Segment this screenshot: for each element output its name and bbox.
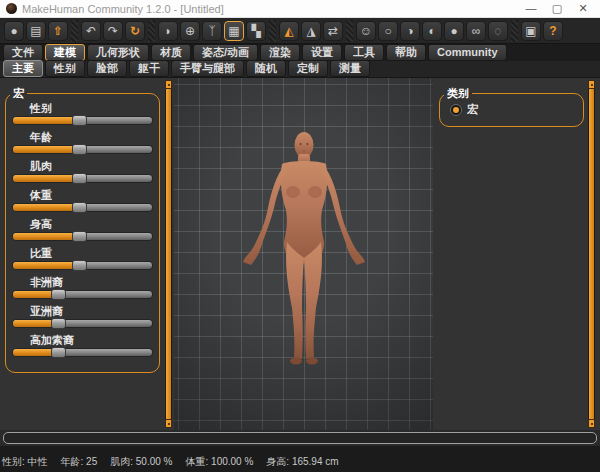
slider-track[interactable]	[12, 174, 153, 183]
app-icon	[6, 3, 17, 14]
load-file-button[interactable]: ▤	[26, 21, 46, 41]
slider-track[interactable]	[12, 116, 153, 125]
help-button[interactable]: ?	[543, 21, 563, 41]
menu-tab-0[interactable]: 文件	[3, 44, 43, 61]
close-button[interactable]: ✕	[570, 0, 596, 17]
skeleton-button[interactable]: ᛉ	[202, 21, 222, 41]
slider-handle[interactable]	[72, 173, 87, 184]
head-left-view-button[interactable]: ◐	[422, 21, 442, 41]
slider-handle[interactable]	[51, 318, 66, 329]
symmetry-left-button[interactable]: ◭	[279, 21, 299, 41]
slider-fill	[13, 175, 76, 182]
texture-button[interactable]: ▚	[246, 21, 266, 41]
head-right-view-button[interactable]: ◑	[400, 21, 420, 41]
save-file-icon: ⇧	[53, 25, 63, 37]
orbit-view-icon: ◌	[494, 25, 501, 37]
progress-row	[0, 430, 600, 446]
menu-tab-3[interactable]: 材质	[151, 44, 191, 61]
slider-handle[interactable]	[72, 144, 87, 155]
slider-track[interactable]	[12, 145, 153, 154]
dual-view-button[interactable]: ∞	[466, 21, 486, 41]
category-options: 宏	[444, 102, 579, 117]
menu-tab-8[interactable]: 帮助	[386, 44, 426, 61]
sub-tab-5[interactable]: 随机	[246, 60, 286, 77]
progress-bar	[3, 432, 597, 444]
slider-track[interactable]	[12, 203, 153, 212]
slider-track[interactable]	[12, 232, 153, 241]
right-panel-scrollbar[interactable]	[588, 80, 595, 428]
new-human-button[interactable]: ●	[4, 21, 24, 41]
symmetry-both-button[interactable]: ⇄	[323, 21, 343, 41]
grab-screenshot-icon: ▣	[525, 25, 536, 37]
menu-tab-1[interactable]: 建模	[45, 44, 85, 61]
redo-button[interactable]: ↷	[103, 21, 123, 41]
reset-camera-button[interactable]: ↻	[125, 21, 145, 41]
menu-tab-5[interactable]: 渲染	[260, 44, 300, 61]
status-segment-3: 体重: 100.00 %	[186, 456, 254, 467]
minimize-button[interactable]: —	[518, 0, 544, 17]
scrollbar-cap[interactable]	[588, 80, 595, 89]
menu-tab-2[interactable]: 几何形状	[87, 44, 149, 61]
viewport-3d[interactable]	[174, 78, 433, 430]
scrollbar-cap[interactable]	[588, 419, 595, 428]
sub-tab-2[interactable]: 脸部	[87, 60, 127, 77]
sub-tab-0[interactable]: 主要	[3, 60, 43, 77]
slider-label: 体重	[30, 189, 153, 201]
slider-track[interactable]	[12, 290, 153, 299]
macro-slider-4: 身高	[12, 218, 153, 241]
menu-tab-9[interactable]: Community	[428, 44, 507, 61]
grab-screenshot-button[interactable]: ▣	[521, 21, 541, 41]
main-area: 宏 性别年龄肌肉体重身高比重非洲裔亚洲裔高加索裔	[0, 78, 600, 430]
macro-slider-2: 肌肉	[12, 160, 153, 183]
macro-slider-3: 体重	[12, 189, 153, 212]
sub-tab-7[interactable]: 测量	[330, 60, 370, 77]
menu-tab-6[interactable]: 设置	[302, 44, 342, 61]
radio-button[interactable]	[450, 104, 462, 116]
slider-handle[interactable]	[51, 289, 66, 300]
sub-tab-6[interactable]: 定制	[288, 60, 328, 77]
slider-handle[interactable]	[72, 231, 87, 242]
slider-handle[interactable]	[72, 115, 87, 126]
maximize-button[interactable]: ▢	[544, 0, 570, 17]
human-model	[229, 130, 379, 370]
menu-tab-4[interactable]: 姿态/动画	[193, 44, 258, 61]
smooth-shading-button[interactable]: ◗	[158, 21, 178, 41]
slider-fill	[13, 204, 76, 211]
status-segment-0: 性别: 中性	[2, 456, 48, 467]
slider-handle[interactable]	[51, 347, 66, 358]
radio-dot	[453, 107, 459, 113]
menu-tab-7[interactable]: 工具	[344, 44, 384, 61]
menu-tab-bar: 文件建模几何形状材质姿态/动画渲染设置工具帮助Community	[0, 44, 600, 61]
category-groupbox: 类别 宏	[439, 86, 584, 127]
left-panel-scrollbar[interactable]	[165, 80, 172, 428]
sub-tab-3[interactable]: 躯干	[129, 60, 169, 77]
save-file-button[interactable]: ⇧	[48, 21, 68, 41]
toolbar-separator	[346, 20, 353, 42]
head-front-view-button[interactable]: ○	[378, 21, 398, 41]
face-view-button[interactable]: ☺	[356, 21, 376, 41]
status-segment-4: 身高: 165.94 cm	[266, 456, 338, 467]
slider-handle[interactable]	[72, 260, 87, 271]
toolbar-separator	[269, 20, 276, 42]
macro-slider-1: 年龄	[12, 131, 153, 154]
head-right-view-icon: ◑	[406, 25, 413, 37]
slider-track[interactable]	[12, 261, 153, 270]
grid-toggle-button[interactable]: ▦	[224, 21, 244, 41]
wireframe-button[interactable]: ⊕	[180, 21, 200, 41]
globe-view-button[interactable]: ●	[444, 21, 464, 41]
category-option-0[interactable]: 宏	[450, 102, 579, 117]
undo-button[interactable]: ↶	[81, 21, 101, 41]
slider-track[interactable]	[12, 319, 153, 328]
slider-handle[interactable]	[72, 202, 87, 213]
macro-group-label: 宏	[10, 86, 27, 101]
slider-fill	[13, 320, 55, 327]
scrollbar-cap[interactable]	[165, 80, 172, 89]
slider-track[interactable]	[12, 348, 153, 357]
symmetry-right-button[interactable]: ◮	[301, 21, 321, 41]
undo-icon: ↶	[86, 25, 96, 37]
orbit-view-button[interactable]: ◌	[488, 21, 508, 41]
head-front-view-icon: ○	[384, 25, 391, 37]
sub-tab-1[interactable]: 性别	[45, 60, 85, 77]
scrollbar-cap[interactable]	[165, 419, 172, 428]
sub-tab-4[interactable]: 手臂与腿部	[171, 60, 244, 77]
